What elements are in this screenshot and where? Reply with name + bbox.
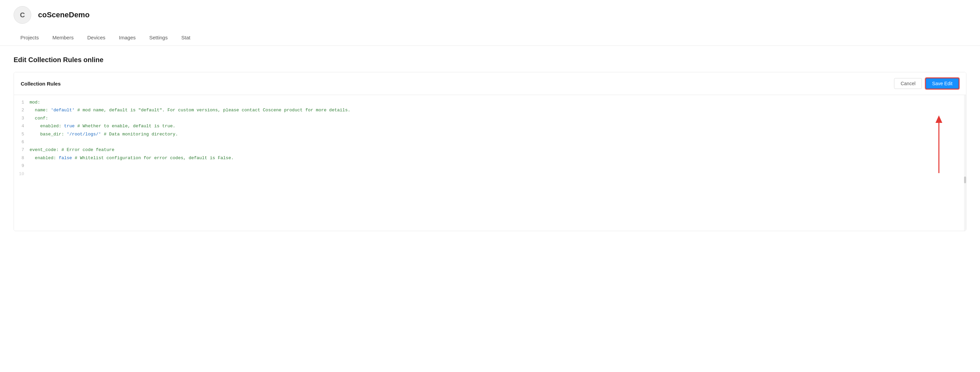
code-editor[interactable]: 1 mod: 2 name: 'default' # mod name, def…	[14, 95, 966, 231]
nav-projects[interactable]: Projects	[14, 30, 46, 46]
editor-header: Collection Rules Cancel Save Edit	[14, 72, 966, 95]
nav-devices[interactable]: Devices	[81, 30, 112, 46]
editor-card: Collection Rules Cancel Save Edit 1 mod:…	[14, 72, 966, 231]
org-avatar: C	[14, 6, 31, 24]
code-line-6: 6	[14, 138, 966, 146]
nav-images[interactable]: Images	[112, 30, 142, 46]
editor-actions: Cancel Save Edit	[894, 78, 959, 89]
code-line-1: 1 mod:	[14, 98, 966, 106]
page-title: Edit Collection Rules online	[14, 56, 966, 64]
code-line-10: 10	[14, 170, 966, 178]
nav-settings[interactable]: Settings	[142, 30, 174, 46]
org-name: coSceneDemo	[38, 11, 90, 19]
save-edit-button[interactable]: Save Edit	[925, 78, 959, 89]
header: C coSceneDemo	[0, 0, 980, 30]
nav-members[interactable]: Members	[46, 30, 81, 46]
nav-stat[interactable]: Stat	[174, 30, 197, 46]
code-line-8: 8 enabled: false # Whitelist configurati…	[14, 154, 966, 162]
code-line-5: 5 base_dir: '/root/logs/' # Data monitor…	[14, 130, 966, 138]
code-line-2: 2 name: 'default' # mod name, default is…	[14, 106, 966, 114]
scrollbar-thumb[interactable]	[964, 176, 966, 183]
main-nav: Projects Members Devices Images Settings…	[0, 30, 980, 46]
code-line-4: 4 enabled: true # Whether to enable, def…	[14, 122, 966, 130]
avatar-letter: C	[20, 11, 25, 19]
code-line-9: 9	[14, 162, 966, 170]
code-line-3: 3 conf:	[14, 114, 966, 122]
editor-section-title: Collection Rules	[21, 81, 61, 87]
main-content: Edit Collection Rules online Collection …	[0, 46, 980, 241]
cancel-button[interactable]: Cancel	[894, 78, 922, 89]
scrollbar-track[interactable]	[964, 95, 966, 231]
code-line-7: 7 event_code: # Error code feature	[14, 146, 966, 154]
